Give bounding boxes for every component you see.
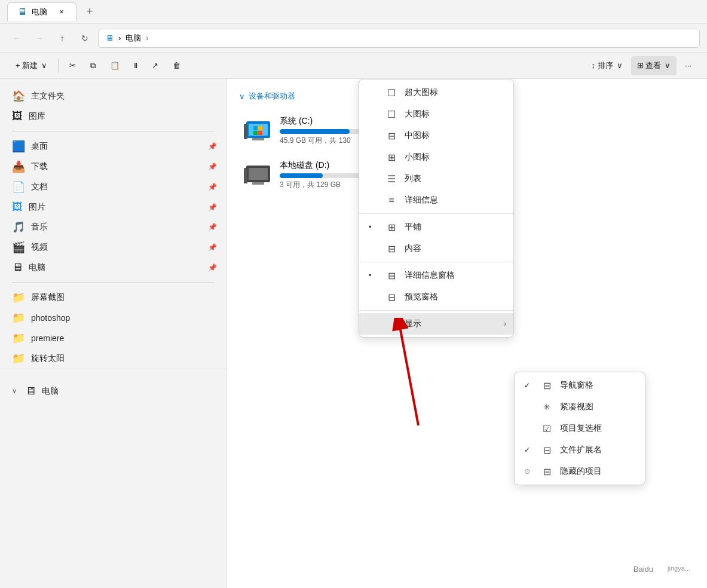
cut-button[interactable]: ✂	[63, 56, 82, 75]
tab-label: 电脑	[32, 7, 47, 17]
address-bar[interactable]: 🖥 › 电脑 ›	[98, 29, 700, 48]
show-arrow: ›	[504, 320, 506, 328]
submenu-item-compact[interactable]: ✳ 紧凑视图	[515, 396, 645, 418]
check-details-pane: •	[369, 271, 378, 280]
address-location: 电脑	[126, 33, 141, 44]
icon-compact: ✳	[541, 401, 553, 413]
download-icon: 📥	[12, 160, 25, 173]
drive-c-icon	[244, 117, 273, 145]
menu-item-show[interactable]: 显示 ›	[359, 313, 513, 335]
submenu-item-nav-pane[interactable]: ✓ ⊟ 导航窗格	[515, 375, 645, 396]
sidebar-premiere-label: premiere	[31, 333, 64, 343]
menu-item-small[interactable]: ⊞ 小图标	[359, 146, 513, 168]
sidebar-documents-label: 文档	[31, 182, 48, 192]
rename-button[interactable]: Ⅱ	[128, 56, 143, 75]
icon-extra-large: ☐	[385, 87, 397, 99]
sidebar-bottom-computer[interactable]: ∨ 🖥 电脑	[0, 381, 227, 401]
sidebar-item-pictures[interactable]: 🖼 图片 📌	[0, 197, 227, 217]
address-chevron2: ›	[146, 33, 148, 42]
toolbar: + 新建 ∨ ✂ ⧉ 📋 Ⅱ ↗ 🗑 ↕ 排序 ∨ ⊞ 查看 ∨ ···	[0, 53, 707, 79]
submenu-item-checkbox[interactable]: ☑ 项目复选框	[515, 418, 645, 439]
sidebar-item-rotatesun[interactable]: 📁 旋转太阳	[0, 348, 227, 369]
icon-hidden: ⊟	[541, 466, 553, 477]
delete-icon: 🗑	[173, 61, 180, 70]
rotatesun-folder-icon: 📁	[12, 352, 25, 365]
icon-details-pane: ⊟	[385, 270, 397, 281]
icon-file-ext: ⊟	[541, 444, 553, 456]
sort-button[interactable]: ↕ 排序 ∨	[585, 56, 628, 75]
sidebar-item-premiere[interactable]: 📁 premiere	[0, 328, 227, 348]
sidebar-item-home[interactable]: 🏠 主文件夹	[0, 86, 227, 106]
label-content: 内容	[405, 243, 421, 254]
menu-item-content[interactable]: ⊟ 内容	[359, 238, 513, 259]
sidebar-item-gallery[interactable]: 🖼 图库	[0, 106, 227, 126]
drive-c-bar	[280, 129, 350, 134]
submenu-item-file-ext[interactable]: ✓ ⊟ 文件扩展名	[515, 439, 645, 461]
sidebar-item-video[interactable]: 🎬 视频 📌	[0, 237, 227, 258]
tab-close-button[interactable]: ×	[57, 7, 66, 17]
music-icon: 🎵	[12, 220, 25, 234]
sidebar-item-download[interactable]: 📥 下载 📌	[0, 157, 227, 177]
share-icon: ↗	[152, 61, 158, 70]
main-area: 🏠 主文件夹 🖼 图库 🟦 桌面 📌 📥 下载 📌 📄 文档 📌 🖼 图片 📌	[0, 79, 707, 588]
menu-item-details-pane[interactable]: • ⊟ 详细信息窗格	[359, 265, 513, 286]
icon-nav-pane: ⊟	[541, 379, 553, 391]
video-icon: 🎬	[12, 241, 25, 254]
back-button[interactable]: ←	[7, 29, 26, 48]
svg-rect-12	[252, 182, 264, 185]
label-tiles: 平铺	[405, 222, 421, 232]
sidebar-item-desktop[interactable]: 🟦 桌面 📌	[0, 136, 227, 157]
menu-item-large[interactable]: ☐ 大图标	[359, 103, 513, 125]
view-dropdown-menu: ☐ 超大图标 ☐ 大图标 ⊟ 中图标 ⊞ 小图标 ☰ 列表	[359, 79, 514, 338]
address-monitor-icon: 🖥	[106, 33, 114, 42]
svg-rect-7	[253, 131, 258, 135]
menu-item-medium[interactable]: ⊟ 中图标	[359, 125, 513, 146]
svg-rect-5	[253, 126, 258, 130]
forward-button[interactable]: →	[30, 29, 49, 48]
sidebar-computer-label: 电脑	[29, 262, 45, 273]
submenu-item-hidden[interactable]: ⊙ ⊟ 隐藏的项目	[515, 461, 645, 482]
pin-icon-computer: 📌	[208, 264, 217, 272]
copy-button[interactable]: ⧉	[84, 56, 102, 75]
refresh-button[interactable]: ↻	[75, 29, 94, 48]
sidebar-item-screenshots[interactable]: 📁 屏幕截图	[0, 287, 227, 308]
share-button[interactable]: ↗	[146, 56, 164, 75]
more-button[interactable]: ···	[679, 56, 697, 75]
sidebar-item-photoshop[interactable]: 📁 photoshop	[0, 308, 227, 328]
menu-item-detail[interactable]: ≡ 详细信息	[359, 189, 513, 211]
copy-icon: ⧉	[90, 61, 96, 71]
check-hidden: ⊙	[524, 467, 534, 476]
sidebar-home-label: 主文件夹	[31, 91, 65, 102]
sidebar-divider-2	[12, 282, 215, 283]
sidebar-item-music[interactable]: 🎵 音乐 📌	[0, 217, 227, 237]
paste-button[interactable]: 📋	[104, 56, 126, 75]
label-list: 列表	[405, 173, 421, 184]
new-tab-button[interactable]: +	[81, 4, 98, 20]
toolbar-divider-1	[58, 59, 59, 73]
tab-computer[interactable]: 🖥 电脑 ×	[7, 2, 76, 21]
bottom-computer-icon: 🖥	[25, 385, 36, 397]
icon-list: ☰	[385, 173, 397, 185]
delete-button[interactable]: 🗑	[167, 56, 186, 75]
up-button[interactable]: ↑	[53, 29, 72, 48]
svg-rect-13	[244, 180, 247, 183]
label-detail: 详细信息	[405, 195, 438, 206]
sidebar-item-documents[interactable]: 📄 文档 📌	[0, 177, 227, 197]
svg-rect-4	[244, 136, 247, 139]
new-button[interactable]: + 新建 ∨	[10, 56, 53, 75]
icon-detail: ≡	[385, 194, 397, 206]
pin-icon-video: 📌	[208, 243, 217, 252]
menu-item-preview-pane[interactable]: ⊟ 预览窗格	[359, 286, 513, 308]
check-nav-pane: ✓	[524, 381, 534, 390]
pin-icon-documents: 📌	[208, 183, 217, 191]
label-preview-pane: 预览窗格	[405, 292, 438, 302]
menu-item-list[interactable]: ☰ 列表	[359, 168, 513, 189]
sidebar-item-computer[interactable]: 🖥 电脑 📌	[0, 258, 227, 277]
menu-item-tiles[interactable]: • ⊞ 平铺	[359, 216, 513, 238]
pictures-icon: 🖼	[12, 201, 23, 213]
label-show: 显示	[405, 318, 421, 329]
view-button[interactable]: ⊞ 查看 ∨	[631, 56, 677, 75]
menu-item-extra-large[interactable]: ☐ 超大图标	[359, 82, 513, 103]
svg-rect-8	[258, 131, 262, 135]
drive-d-bar	[280, 173, 323, 178]
